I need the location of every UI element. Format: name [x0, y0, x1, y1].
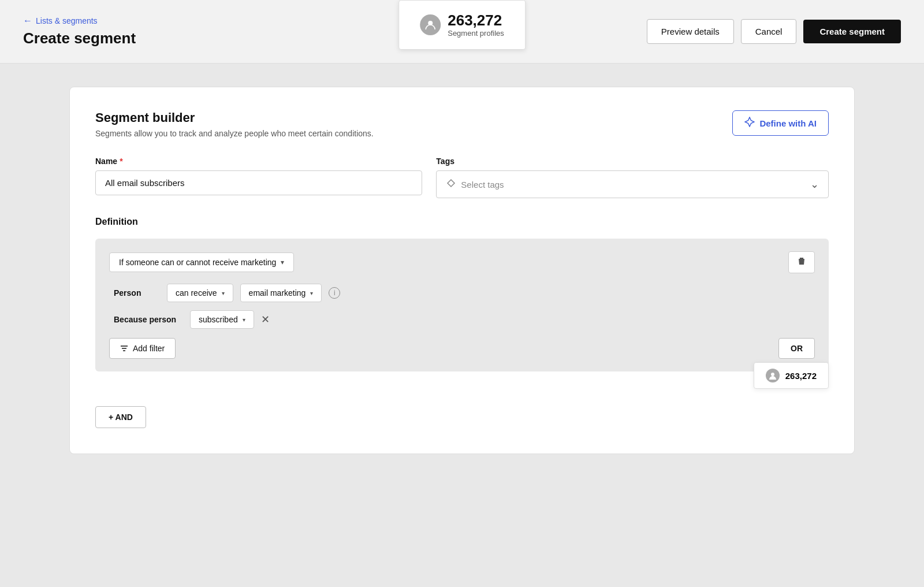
builder-title: Segment builder — [95, 110, 374, 125]
because-condition-row: Because person subscribed ▾ ✕ — [114, 310, 815, 329]
email-marketing-arrow-icon: ▾ — [310, 290, 313, 296]
subscribed-arrow-icon: ▾ — [243, 317, 245, 323]
definition-label: Definition — [95, 217, 829, 227]
filter-conditions: Person can receive ▾ email marketing ▾ i — [109, 284, 815, 329]
tags-select[interactable]: Select tags ⌄ — [436, 170, 829, 198]
tags-field-group: Tags Select tags ⌄ — [436, 157, 829, 198]
profile-avatar-icon — [420, 14, 441, 35]
filter-type-dropdown[interactable]: If someone can or cannot receive marketi… — [109, 252, 294, 272]
email-marketing-dropdown[interactable]: email marketing ▾ — [240, 284, 322, 302]
tags-label: Tags — [436, 157, 829, 166]
card-header: Segment builder Segments allow you to tr… — [95, 110, 829, 138]
define-ai-button[interactable]: Define with AI — [732, 110, 829, 136]
preview-button[interactable]: Preview details — [647, 19, 734, 44]
and-button[interactable]: + AND — [95, 406, 146, 428]
filter-type-label: If someone can or cannot receive marketi… — [119, 258, 276, 267]
svg-point-1 — [771, 373, 774, 376]
definition-section: Definition If someone can or cannot rece… — [95, 217, 829, 428]
define-ai-label: Define with AI — [759, 118, 817, 128]
subscribed-label: subscribed — [199, 315, 238, 324]
name-field-group: Name * — [95, 157, 422, 198]
builder-subtitle: Segments allow you to track and analyze … — [95, 129, 374, 138]
page-title: Create segment — [23, 29, 136, 47]
back-link-label: Lists & segments — [36, 16, 98, 25]
filter-block: If someone can or cannot receive marketi… — [95, 239, 829, 371]
segment-count: 263,272 — [448, 12, 504, 29]
tags-select-left: Select tags — [446, 178, 504, 191]
form-row: Name * Tags Select tags — [95, 157, 829, 198]
ai-diamond-icon — [744, 117, 755, 129]
person-condition-row: Person can receive ▾ email marketing ▾ i — [114, 284, 815, 302]
email-marketing-label: email marketing — [249, 288, 306, 298]
subscribed-dropdown[interactable]: subscribed ▾ — [190, 310, 254, 329]
filter-actions-row: Add filter OR — [109, 338, 815, 359]
card-header-left: Segment builder Segments allow you to tr… — [95, 110, 374, 138]
because-label: Because person — [114, 315, 183, 324]
filter-dropdown-arrow-icon: ▾ — [281, 258, 284, 266]
name-input[interactable] — [95, 170, 422, 195]
can-receive-dropdown[interactable]: can receive ▾ — [167, 284, 233, 302]
segment-profiles-box: 263,272 Segment profiles — [398, 0, 526, 50]
segment-label: Segment profiles — [448, 29, 504, 38]
segment-profiles-info: 263,272 Segment profiles — [448, 12, 504, 38]
remove-because-button[interactable]: ✕ — [261, 313, 270, 326]
cancel-button[interactable]: Cancel — [741, 19, 797, 44]
tag-icon — [446, 178, 456, 191]
top-bar: ← Lists & segments Create segment 263,27… — [0, 0, 924, 64]
top-bar-left: ← Lists & segments Create segment — [23, 16, 136, 47]
person-label: Person — [114, 288, 160, 298]
top-bar-right: Preview details Cancel Create segment — [647, 19, 901, 44]
count-avatar-icon — [766, 369, 780, 382]
add-filter-label: Add filter — [133, 344, 165, 353]
required-star: * — [120, 157, 122, 166]
main-content: Segment builder Segments allow you to tr… — [0, 64, 924, 477]
back-link[interactable]: ← Lists & segments — [23, 16, 136, 26]
or-button[interactable]: OR — [778, 338, 815, 359]
name-label: Name * — [95, 157, 422, 166]
create-segment-button[interactable]: Create segment — [803, 20, 901, 43]
segment-builder-card: Segment builder Segments allow you to tr… — [69, 87, 855, 454]
can-receive-label: can receive — [176, 288, 217, 298]
add-filter-button[interactable]: Add filter — [109, 338, 176, 359]
info-i-label: i — [334, 289, 336, 297]
tags-placeholder: Select tags — [461, 180, 504, 190]
delete-filter-button[interactable] — [788, 251, 815, 273]
back-arrow-icon: ← — [23, 16, 32, 26]
chevron-down-icon: ⌄ — [810, 178, 819, 191]
count-bubble: 263,272 — [754, 362, 829, 389]
info-icon[interactable]: i — [329, 287, 340, 299]
count-number: 263,272 — [785, 371, 817, 381]
can-receive-arrow-icon: ▾ — [222, 290, 225, 296]
filter-top-row: If someone can or cannot receive marketi… — [109, 251, 815, 273]
